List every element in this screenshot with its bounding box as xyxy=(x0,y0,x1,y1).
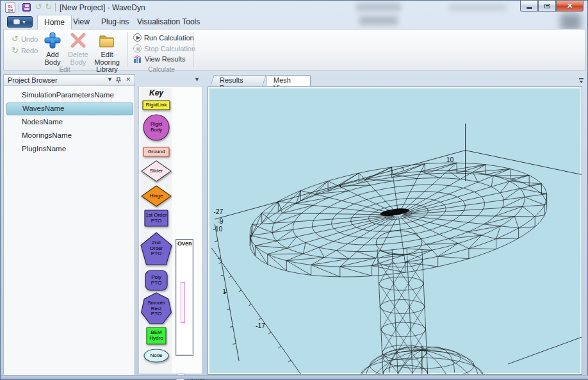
project-browser-item[interactable]: MooringsName xyxy=(6,129,133,142)
key-item-label: Slider xyxy=(141,160,172,182)
titlebar[interactable]: GL GH ↺ ↻ [New Project] - WaveDyn ✕ xyxy=(1,1,588,15)
tab-results-pane[interactable]: Results Pane xyxy=(212,75,265,86)
key-item-node: Node xyxy=(143,349,169,363)
save-icon[interactable] xyxy=(22,3,31,12)
add-plus-icon xyxy=(44,32,61,49)
tab-plug-ins[interactable]: Plug-ins xyxy=(95,15,135,29)
key-item-ground: Ground xyxy=(143,147,170,157)
window-title: [New Project] - WaveDyn xyxy=(60,3,145,12)
key-item-label: Poly PTO xyxy=(145,270,168,291)
project-browser-panel: Project Browser ▼ ✕ SimulationParameters… xyxy=(3,74,135,376)
document-tab-strip: Results Pane Mesh View xyxy=(207,75,586,87)
edit-mooring-library-button[interactable]: Edit Mooring Library xyxy=(88,32,126,74)
minimize-button[interactable] xyxy=(520,1,538,12)
run-calculation-button[interactable]: Run Calculation xyxy=(133,33,194,42)
play-icon xyxy=(133,33,142,42)
key-item-label: Node xyxy=(143,349,169,363)
group-label-calculate: Calculate xyxy=(138,66,184,73)
project-browser-item[interactable]: NodesName xyxy=(6,116,133,129)
project-browser-item[interactable]: SimulationParametersName xyxy=(6,89,133,102)
window-bottom-frame xyxy=(1,375,588,379)
ribbon: ↺ Undo ↻ Redo Add Body Delete Body xyxy=(3,29,586,71)
key-item-label: Rigid Body xyxy=(143,114,170,141)
pin-icon[interactable] xyxy=(115,77,122,84)
axis-label: -27 xyxy=(213,208,223,215)
chevron-down-icon: ▼ xyxy=(22,20,26,24)
key-item-hinge: Hinge xyxy=(141,185,172,207)
key-item-slider: Slider xyxy=(141,160,172,182)
quick-redo-icon[interactable]: ↻ xyxy=(45,1,53,12)
redo-icon: ↻ xyxy=(12,45,19,55)
key-item-label: Ground xyxy=(143,147,170,157)
key-item-smooth-rect-pto: Smooth Rect PTO xyxy=(140,292,172,326)
chart-icon xyxy=(133,55,142,63)
tab-home[interactable]: Home xyxy=(37,15,72,29)
key-item-label: BEM Hydro xyxy=(146,327,167,345)
key-item-label: 2nd Order PTO xyxy=(140,232,172,265)
application-menu-button[interactable]: ▼ xyxy=(7,16,33,28)
dock-menu-icon[interactable] xyxy=(578,77,585,84)
chevron-down-icon[interactable]: ▼ xyxy=(194,76,200,83)
stop-icon xyxy=(133,44,142,53)
axis-label: -9 xyxy=(217,218,223,225)
key-item-label: Smooth Rect PTO xyxy=(140,292,172,326)
axis-label: -10 xyxy=(213,226,222,233)
undo-icon: ↺ xyxy=(12,34,19,44)
overlay-slider-handle[interactable] xyxy=(181,282,185,323)
tab-visualisation-tools[interactable]: Visualisation Tools xyxy=(131,15,206,29)
restore-button[interactable] xyxy=(538,1,556,12)
project-browser-item[interactable]: PlugInsName xyxy=(6,143,133,156)
overlay-slider-label: Oven xyxy=(177,240,193,247)
view-results-button[interactable]: View Results xyxy=(133,55,185,63)
key-item-rigidlink: RigidLink xyxy=(142,100,170,110)
delete-x-icon xyxy=(70,32,86,49)
close-button[interactable]: ✕ xyxy=(556,1,584,12)
mesh-wireframe: 10-27-9-101-17 xyxy=(209,88,582,374)
axis-label: 1 xyxy=(222,288,226,295)
chevron-down-icon[interactable]: ▼ xyxy=(107,76,113,83)
key-item-label: 1st Order PTO xyxy=(144,210,168,227)
axis-label: 10 xyxy=(446,156,454,163)
add-body-button[interactable]: Add Body xyxy=(39,32,66,66)
window-controls: ✕ xyxy=(520,1,584,12)
app-logo-icon[interactable]: GL GH xyxy=(5,3,15,13)
group-label-edit: Edit xyxy=(42,66,87,73)
quick-undo-icon[interactable]: ↺ xyxy=(35,1,42,12)
divider xyxy=(127,32,128,67)
divider xyxy=(193,32,194,67)
project-browser-header[interactable]: Project Browser ▼ ✕ xyxy=(4,75,135,86)
tab-mesh-view[interactable]: Mesh View xyxy=(266,75,311,86)
key-item-label: RigidLink xyxy=(142,100,170,110)
key-item-2nd-order-pto: 2nd Order PTO xyxy=(140,232,172,265)
app-menu-icon xyxy=(13,19,20,24)
project-browser-title: Project Browser xyxy=(8,76,58,84)
application-window: GL GH ↺ ↻ [New Project] - WaveDyn ✕ ▼ Ho… xyxy=(0,0,588,380)
key-title: Key xyxy=(139,88,174,97)
key-item-bem-hydro: BEM Hydro xyxy=(146,327,167,345)
key-item-1st-order-pto: 1st Order PTO xyxy=(144,210,168,227)
key-panel-header[interactable]: ▼ xyxy=(137,74,204,85)
key-box: Key RigidLinkRigid BodyGroundSliderHinge… xyxy=(138,86,202,374)
key-panel: ▼ Key RigidLinkRigid BodyGroundSliderHin… xyxy=(137,74,204,376)
divider xyxy=(19,3,19,12)
mesh-view-canvas[interactable]: 10-27-9-101-17 xyxy=(208,87,582,375)
divider xyxy=(55,3,56,12)
close-icon[interactable]: ✕ xyxy=(126,76,131,83)
key-item-label: Hinge xyxy=(141,185,172,207)
overlay-slider[interactable]: Oven xyxy=(176,239,193,356)
ribbon-tab-strip: ▼ Home View Plug-ins Visualisation Tools xyxy=(3,15,586,29)
folder-icon xyxy=(99,32,115,49)
key-item-rigid-body: Rigid Body xyxy=(143,114,170,141)
stop-calculation-button[interactable]: Stop Calculation xyxy=(133,44,195,53)
delete-body-button[interactable]: Delete Body xyxy=(65,32,91,66)
axis-label: -17 xyxy=(256,322,265,329)
redo-button[interactable]: ↻ Redo xyxy=(12,45,38,55)
undo-button[interactable]: ↺ Undo xyxy=(12,34,38,44)
project-browser-item[interactable]: WavesName xyxy=(6,103,133,115)
key-item-poly-pto: Poly PTO xyxy=(145,270,168,291)
